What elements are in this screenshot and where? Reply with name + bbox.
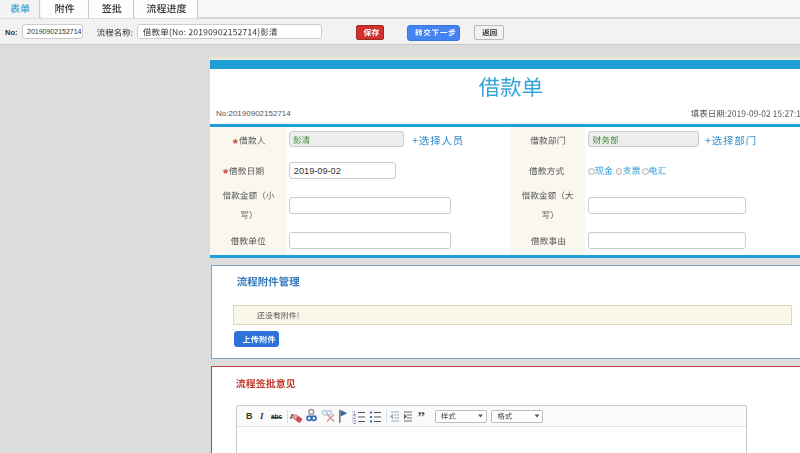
- svg-text:3: 3: [353, 419, 356, 425]
